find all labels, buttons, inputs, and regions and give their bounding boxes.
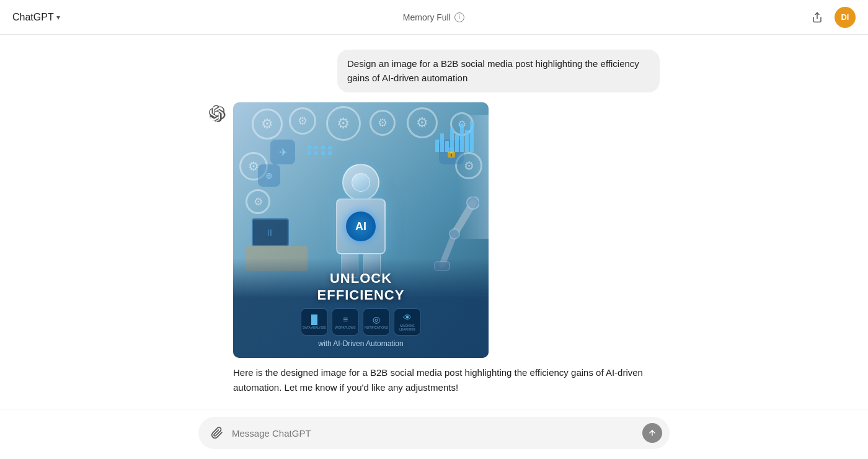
avatar[interactable]: DI: [835, 7, 856, 28]
chatgpt-icon: [208, 105, 226, 122]
send-button[interactable]: [642, 423, 662, 443]
user-message: Design an image for a B2B social media p…: [337, 50, 660, 92]
chat-area: Design an image for a B2B social media p…: [0, 35, 868, 409]
assistant-message-wrapper: ⚙ ⚙ ⚙ ⚙ ⚙ ⚙ ⚙ ⚙ ⚙ ✈ ⊕: [208, 102, 660, 395]
svg-point-4: [450, 229, 459, 239]
bar-chart: [435, 121, 474, 152]
attach-button[interactable]: [208, 424, 226, 442]
generated-image[interactable]: ⚙ ⚙ ⚙ ⚙ ⚙ ⚙ ⚙ ⚙ ⚙ ✈ ⊕: [233, 102, 489, 358]
info-icon[interactable]: i: [454, 12, 464, 22]
input-wrapper: [198, 417, 670, 449]
memory-full-label: Memory Full: [403, 12, 451, 22]
assistant-content: ⚙ ⚙ ⚙ ⚙ ⚙ ⚙ ⚙ ⚙ ⚙ ✈ ⊕: [233, 102, 660, 395]
app-header: ChatGPT ▾ Memory Full i DI: [0, 0, 868, 35]
chevron-down-icon: ▾: [56, 13, 60, 22]
messages-container: Design an image for a B2B social media p…: [198, 50, 670, 395]
image-overlay: UNLOCK EFFICIENCY ▐▌ DATA ANALYSIS ≡ WOR…: [233, 258, 489, 358]
memory-status-area: Memory Full i: [403, 12, 464, 22]
message-input[interactable]: [232, 428, 636, 439]
header-actions: DI: [807, 7, 856, 28]
icon-tile-notifications: ◎ NOTIFICATIONS: [363, 308, 390, 336]
unlock-line2: EFFICIENCY: [246, 287, 476, 303]
svg-point-3: [467, 197, 479, 209]
unlock-line1: UNLOCK: [246, 270, 476, 287]
input-area: [0, 409, 868, 459]
sub-caption: with AI-Driven Automation: [246, 339, 476, 348]
assistant-text: Here is the designed image for a B2B soc…: [233, 365, 660, 395]
ai-image-mock: ⚙ ⚙ ⚙ ⚙ ⚙ ⚙ ⚙ ⚙ ⚙ ✈ ⊕: [233, 102, 489, 358]
robot-body: AI: [336, 198, 386, 254]
user-message-wrapper: Design an image for a B2B social media p…: [208, 50, 660, 92]
icon-tile-workflow: ≡ WORKFLOWS: [332, 308, 359, 336]
icon-tile-ml: 👁 MACHINE LEARNING: [394, 308, 421, 336]
icon-tiles-row: ▐▌ DATA ANALYSIS ≡ WORKFLOWS ◎ NOTIFICAT…: [246, 308, 476, 336]
icon-tile-data: ▐▌ DATA ANALYSIS: [301, 308, 328, 336]
share-button[interactable]: [807, 7, 827, 27]
app-title: ChatGPT: [12, 12, 54, 23]
app-title-area[interactable]: ChatGPT ▾: [12, 12, 60, 23]
robot-head: [342, 164, 379, 201]
ai-badge: AI: [346, 212, 376, 241]
